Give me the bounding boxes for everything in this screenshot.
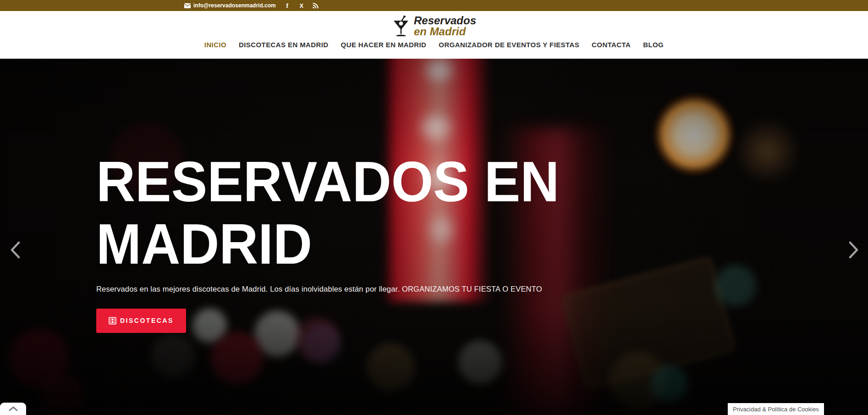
discotecas-button[interactable]: DISCOTECAS <box>96 309 186 333</box>
hero-content: RESERVADOS EN MADRID Reservados en las m… <box>96 150 646 333</box>
hero-subtitle: Reservados en las mejores discotecas de … <box>96 285 646 293</box>
hero-slider: RESERVADOS EN MADRID Reservados en las m… <box>0 59 868 415</box>
site-logo[interactable]: Reservados en Madrid <box>392 15 476 38</box>
email-link[interactable]: info@reservadosenmadrid.com <box>184 3 276 8</box>
x-twitter-icon[interactable]: X <box>298 2 305 9</box>
top-bar-content: info@reservadosenmadrid.com f X <box>184 0 319 11</box>
logo-line2: en Madrid <box>414 26 476 37</box>
discotecas-button-label: DISCOTECAS <box>120 317 174 324</box>
collapse-tab-button[interactable] <box>0 403 26 415</box>
top-bar: info@reservadosenmadrid.com f X <box>0 0 868 11</box>
nav-link-contacta[interactable]: CONTACTA <box>592 41 631 49</box>
rss-icon[interactable] <box>313 2 319 9</box>
carousel-prev-arrow[interactable] <box>7 240 23 261</box>
nav-link-que-hacer-en-madrid[interactable]: QUE HACER EN MADRID <box>341 41 427 49</box>
carousel-next-arrow[interactable] <box>846 240 862 261</box>
nav-link-inicio[interactable]: INICIO <box>204 41 226 49</box>
hero-title: RESERVADOS EN MADRID <box>96 150 597 276</box>
facebook-icon[interactable]: f <box>284 2 291 9</box>
cookie-policy-link[interactable]: Privacidad & Política de Cookies <box>728 403 824 415</box>
chevron-up-icon <box>9 406 18 411</box>
martini-glass-icon <box>392 15 410 37</box>
main-nav: INICIODISCOTECAS EN MADRIDQUE HACER EN M… <box>204 41 664 49</box>
logo-text: Reservados en Madrid <box>414 15 476 38</box>
nav-link-organizador-de-eventos-y-fiestas[interactable]: ORGANIZADOR DE EVENTOS Y FIESTAS <box>439 41 579 49</box>
film-strip-icon <box>109 317 116 325</box>
site-header: Reservados en Madrid INICIODISCOTECAS EN… <box>0 11 868 59</box>
nav-link-blog[interactable]: BLOG <box>643 41 664 49</box>
logo-line1: Reservados <box>414 15 476 26</box>
envelope-icon <box>184 3 191 8</box>
nav-link-discotecas-en-madrid[interactable]: DISCOTECAS EN MADRID <box>239 41 329 49</box>
social-icons: f X <box>284 2 319 9</box>
email-text: info@reservadosenmadrid.com <box>193 3 276 8</box>
